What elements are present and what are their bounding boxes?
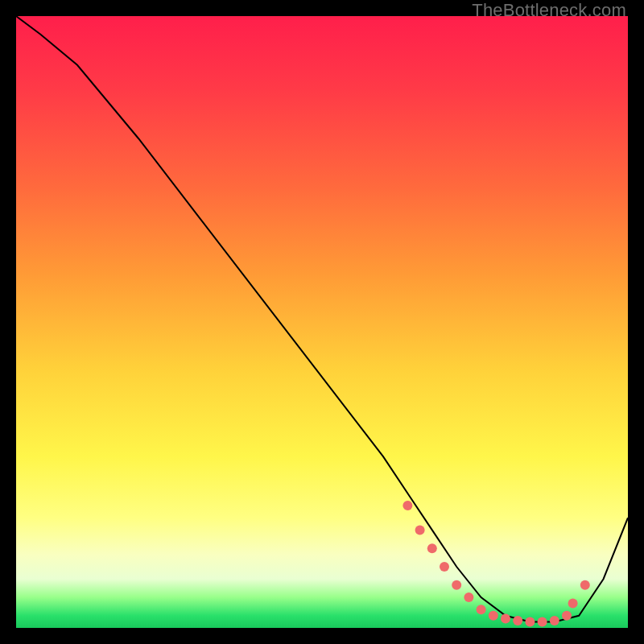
highlight-dot: [562, 611, 572, 621]
highlight-dot: [452, 580, 461, 590]
highlight-dot: [489, 611, 498, 621]
chart-frame: TheBottleneck.com: [0, 0, 644, 644]
bottleneck-curve: [16, 16, 628, 621]
highlight-dot: [538, 617, 547, 626]
highlight-dot: [402, 501, 412, 510]
gradient-plot-area: [16, 16, 628, 628]
highlight-dot: [501, 614, 510, 624]
highlight-dot: [525, 617, 535, 626]
highlight-dot: [440, 562, 449, 572]
highlight-dot: [550, 616, 559, 625]
highlight-dot: [568, 599, 578, 609]
highlight-dot: [513, 616, 522, 625]
highlight-dot: [477, 605, 486, 614]
highlight-dot: [415, 525, 425, 535]
highlight-dot: [580, 580, 590, 590]
highlight-dot: [427, 543, 437, 553]
highlight-dot: [464, 592, 473, 602]
curve-overlay: [16, 16, 628, 628]
